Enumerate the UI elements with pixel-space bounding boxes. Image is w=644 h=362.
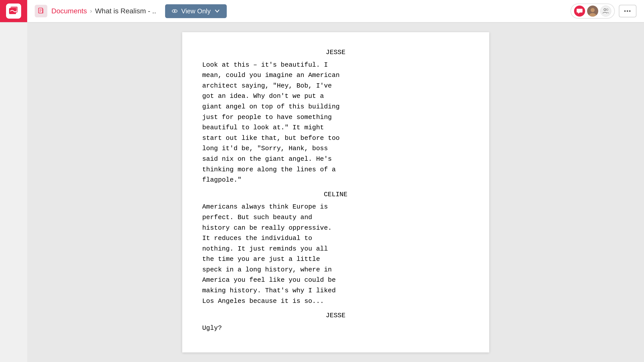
dialogue-jesse-1: Look at this – it's beautiful. I mean, c…: [202, 60, 469, 185]
sidebar: [0, 22, 27, 362]
nav-document-icon: [35, 5, 47, 17]
header: Documents › What is Realism - .. View On…: [0, 0, 644, 22]
more-options-button[interactable]: •••: [619, 5, 636, 17]
avatar-users-icon[interactable]: [600, 6, 611, 17]
users-group-icon: [602, 8, 609, 15]
scene-block-celine: CELINE Americans always think Europe is …: [202, 189, 469, 307]
header-nav: Documents › What is Realism - .. View On…: [27, 4, 571, 18]
avatar-chat-user: [574, 6, 585, 17]
dialogue-celine: Americans always think Europe is perfect…: [202, 202, 469, 306]
avatar-group: [571, 4, 615, 19]
document-icon: [37, 8, 45, 15]
scene-block-jesse-2: JESSE Ugly?: [202, 310, 469, 333]
svg-point-9: [606, 9, 608, 11]
avatar-user-photo: [587, 6, 598, 17]
character-name-jesse-2: JESSE: [202, 310, 469, 321]
eye-icon: [171, 8, 178, 15]
view-only-button[interactable]: View Only: [165, 4, 227, 18]
more-icon: •••: [624, 8, 631, 14]
app-logo: [6, 4, 21, 19]
main-content: JESSE Look at this – it's beautiful. I m…: [27, 22, 644, 362]
logo-area: [0, 0, 27, 22]
svg-point-4: [174, 10, 175, 12]
logo-svg: [9, 6, 19, 16]
chat-icon: [576, 8, 583, 15]
document-page: JESSE Look at this – it's beautiful. I m…: [182, 32, 489, 352]
character-name-celine: CELINE: [202, 189, 469, 200]
dialogue-jesse-2: Ugly?: [202, 323, 469, 334]
header-right: •••: [571, 4, 644, 19]
breadcrumb-separator: ›: [90, 8, 92, 15]
script-content: JESSE Look at this – it's beautiful. I m…: [202, 47, 469, 333]
character-name-jesse-1: JESSE: [202, 47, 469, 58]
scene-block-jesse-1: JESSE Look at this – it's beautiful. I m…: [202, 47, 469, 185]
view-only-label: View Only: [181, 7, 211, 15]
breadcrumb-parent-link[interactable]: Documents: [51, 7, 87, 15]
svg-point-8: [604, 9, 606, 11]
breadcrumb: Documents › What is Realism - ..: [51, 7, 156, 15]
chevron-down-icon: [214, 8, 221, 15]
breadcrumb-current-page: What is Realism - ..: [95, 7, 156, 15]
user-photo-svg: [587, 6, 598, 17]
svg-point-6: [591, 8, 595, 12]
